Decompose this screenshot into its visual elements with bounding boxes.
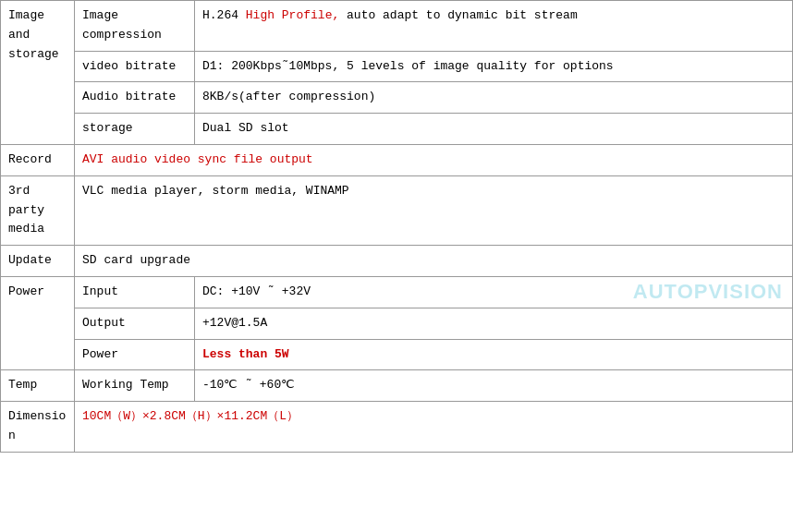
cell-input: DC: +10V ˜ +32V AUTOPVISION: [195, 276, 793, 308]
sub-label-storage: storage: [75, 114, 195, 145]
table-row: Update SD card upgrade: [1, 246, 793, 277]
row-header-update: Update: [1, 246, 75, 277]
table-row: storage Dual SD slot: [1, 114, 793, 145]
table-row: Audio bitrate 8KB/s(after compression): [1, 82, 793, 114]
cell-video-bitrate: D1: 200Kbps˜10Mbps, 5 levels of image qu…: [195, 51, 793, 82]
table-row: Power Less than 5W: [1, 339, 793, 370]
row-header-dimension: Dimension: [1, 402, 75, 453]
cell-dimension: 10CM（W）×2.8CM（H）×11.2CM（L）: [75, 402, 793, 453]
sub-label-output: Output: [75, 308, 195, 339]
row-header-power: Power: [1, 276, 75, 369]
cell-update: SD card upgrade: [75, 246, 793, 277]
table-row: video bitrate D1: 200Kbps˜10Mbps, 5 leve…: [1, 51, 793, 82]
dimension-value: 10CM（W）×2.8CM（H）×11.2CM（L）: [82, 409, 299, 423]
sub-label-working-temp: Working Temp: [75, 370, 195, 402]
cell-audio-bitrate: 8KB/s(after compression): [195, 82, 793, 114]
table-row: 3rdpartymedia VLC media player, storm me…: [1, 175, 793, 245]
cell-3rd-party: VLC media player, storm media, WINAMP: [75, 175, 793, 245]
sub-label-input: Input: [75, 276, 195, 308]
row-header-temp: Temp: [1, 370, 75, 402]
table-row: Imageandstorage Imagecompression H.264 H…: [1, 1, 793, 52]
cell-output: +12V@1.5A: [195, 308, 793, 339]
sub-label-power: Power: [75, 339, 195, 370]
sub-label-compression: Imagecompression: [75, 1, 195, 52]
table-row: Record AVI audio video sync file output: [1, 144, 793, 175]
cell-storage: Dual SD slot: [195, 114, 793, 145]
spec-table: Imageandstorage Imagecompression H.264 H…: [0, 0, 793, 453]
sub-label-audio-bitrate: Audio bitrate: [75, 82, 195, 114]
row-header-image: Imageandstorage: [1, 1, 75, 145]
cell-temp: -10℃ ˜ +60℃: [195, 370, 793, 402]
highlight-high-profile: High Profile,: [246, 8, 339, 22]
table-row: Output +12V@1.5A: [1, 308, 793, 339]
table-row: Power Input DC: +10V ˜ +32V AUTOPVISION: [1, 276, 793, 308]
table-row: Temp Working Temp -10℃ ˜ +60℃: [1, 370, 793, 402]
record-value: AVI audio video sync file output: [82, 152, 313, 166]
cell-record: AVI audio video sync file output: [75, 144, 793, 175]
cell-compression: H.264 High Profile, auto adapt to dynami…: [195, 1, 793, 52]
sub-label-video-bitrate: video bitrate: [75, 51, 195, 82]
row-header-record: Record: [1, 144, 75, 175]
cell-power: Less than 5W: [195, 339, 793, 370]
row-header-3rd-party: 3rdpartymedia: [1, 175, 75, 245]
power-value: Less than 5W: [202, 347, 289, 361]
watermark-autopvision: AUTOPVISION: [633, 276, 783, 308]
table-row: Dimension 10CM（W）×2.8CM（H）×11.2CM（L）: [1, 402, 793, 453]
